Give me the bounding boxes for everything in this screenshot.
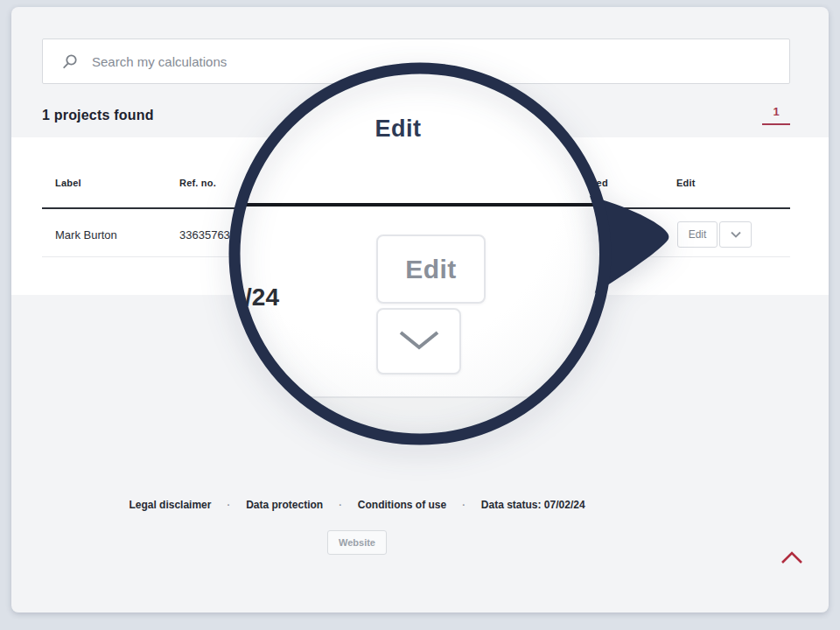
edit-dropdown-button[interactable] [719,221,752,248]
chevron-down-icon [731,228,741,241]
footer-link-conditions-of-use[interactable]: Conditions of use [358,499,446,511]
pagination-page-1[interactable]: 1 [762,105,790,125]
footer-link-legal-disclaimer[interactable]: Legal disclaimer [129,499,211,511]
magnifier-overlay: Edit 07/02/24 Edit [238,72,602,436]
footer-separator: · [339,500,342,510]
row-label: Mark Burton [55,228,117,242]
footer-data-status: Data status: 07/02/24 [481,499,585,511]
table-header-label: Label [55,178,81,188]
website-button[interactable]: Website [327,530,387,555]
magnified-edit-button: Edit [376,234,486,304]
website-button-row: Website [42,530,672,555]
footer-link-data-protection[interactable]: Data protection [246,499,323,511]
table-header-edit: Edit [676,178,696,188]
footer-separator: · [227,500,230,510]
row-ref-no: 33635763 [179,228,230,242]
magnified-header-rule [238,203,602,206]
footer-separator: · [462,500,466,510]
footer-links: Legal disclaimer · Data protection · Con… [42,499,672,511]
magnified-edit-header: Edit [341,116,455,143]
chevron-up-icon [780,555,804,570]
search-icon [60,52,80,72]
edit-button[interactable]: Edit [677,221,718,248]
magnified-dropdown-button [376,308,461,374]
scroll-to-top-button[interactable] [780,550,804,567]
chevron-down-icon [398,329,440,354]
table-header-ref-no: Ref. no. [179,178,216,188]
results-count: 1 projects found [42,108,154,123]
